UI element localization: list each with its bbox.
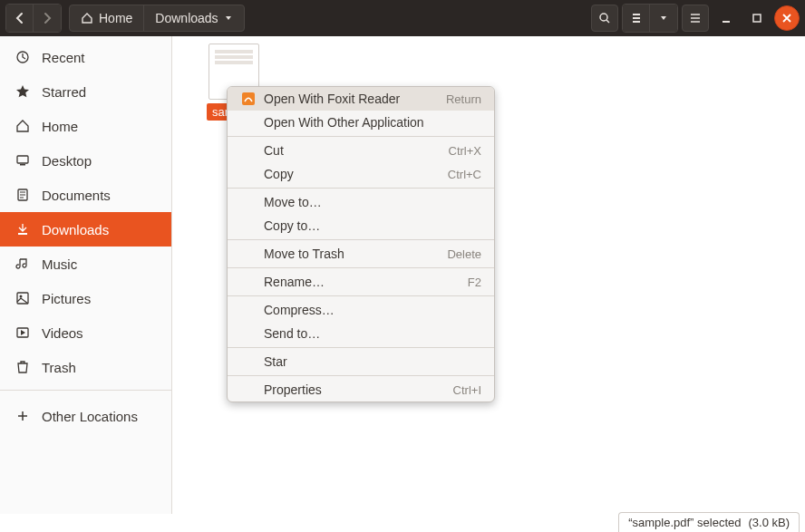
ctx-send-to[interactable]: Send to…: [228, 322, 494, 345]
ctx-item-label: Properties: [264, 382, 446, 397]
ctx-item-shortcut: F2: [468, 276, 481, 289]
ctx-open-with-other-application[interactable]: Open With Other Application: [228, 111, 494, 134]
search-button[interactable]: [591, 5, 618, 32]
sidebar-item-trash[interactable]: Trash: [0, 350, 171, 384]
svg-rect-4: [17, 156, 28, 163]
ctx-item-label: Move to Trash: [264, 247, 440, 261]
ctx-copy-to[interactable]: Copy to…: [228, 214, 494, 237]
window-minimize-button[interactable]: [713, 5, 740, 32]
context-menu-separator: [228, 347, 494, 348]
ctx-item-label: Compress…: [264, 303, 481, 317]
ctx-rename[interactable]: Rename…F2: [228, 270, 494, 294]
back-button[interactable]: [6, 5, 34, 32]
sidebar-icon: [15, 50, 31, 64]
sidebar-icon: [15, 409, 31, 423]
ctx-item-label: Copy: [264, 167, 441, 181]
minimize-icon: [720, 12, 732, 24]
sidebar-icon: [15, 256, 31, 271]
path-home-label: Home: [99, 11, 132, 25]
status-text: “sample.pdf” selected: [628, 516, 741, 529]
sidebar-icon: [15, 153, 31, 168]
ctx-item-shortcut: Return: [446, 92, 481, 106]
ctx-item-shortcut: Delete: [447, 247, 481, 261]
pathbar: Home Downloads: [69, 5, 245, 32]
sidebar-item-label: Starred: [42, 84, 86, 100]
context-menu-separator: [228, 267, 494, 268]
close-icon: [781, 13, 792, 24]
sidebar-item-music[interactable]: Music: [0, 247, 171, 281]
view-group: [622, 4, 678, 33]
sidebar-icon: [15, 360, 31, 374]
context-menu-separator: [228, 295, 494, 296]
sidebar-item-label: Home: [42, 119, 78, 134]
sidebar-item-label: Recent: [42, 50, 85, 65]
ctx-move-to[interactable]: Move to…: [228, 190, 494, 214]
ctx-properties[interactable]: PropertiesCtrl+I: [228, 378, 494, 401]
sidebar-item-other-locations[interactable]: Other Locations: [0, 399, 171, 433]
ctx-item-label: Cut: [264, 143, 441, 158]
status-size: (3.0 kB): [748, 516, 790, 529]
svg-rect-5: [20, 164, 25, 166]
sidebar-item-label: Desktop: [42, 153, 92, 169]
view-dropdown-button[interactable]: [650, 5, 677, 32]
sidebar-item-downloads[interactable]: Downloads: [0, 212, 171, 247]
sidebar-icon: [15, 325, 31, 340]
chevron-down-icon: [659, 14, 668, 23]
sidebar-item-pictures[interactable]: Pictures: [0, 281, 171, 315]
list-icon: [630, 12, 643, 24]
sidebar-item-home[interactable]: Home: [0, 109, 171, 143]
sidebar-item-label: Music: [42, 256, 77, 272]
hamburger-icon: [689, 12, 702, 24]
sidebar-item-documents[interactable]: Documents: [0, 178, 171, 212]
sidebar-item-label: Downloads: [42, 222, 109, 237]
sidebar: RecentStarredHomeDesktopDocumentsDownloa…: [0, 36, 172, 514]
chevron-down-icon: [224, 14, 233, 23]
sidebar-item-recent[interactable]: Recent: [0, 40, 171, 74]
path-current[interactable]: Downloads: [144, 5, 243, 31]
ctx-star[interactable]: Star: [228, 350, 494, 373]
chevron-right-icon: [41, 12, 53, 24]
ctx-item-label: Open With Other Application: [264, 115, 481, 130]
ctx-item-label: Move to…: [264, 195, 481, 209]
window-close-button[interactable]: [774, 5, 800, 31]
nav-history: [5, 4, 62, 33]
forward-button[interactable]: [34, 5, 61, 32]
ctx-compress[interactable]: Compress…: [228, 298, 494, 322]
main-area: RecentStarredHomeDesktopDocumentsDownloa…: [0, 36, 805, 514]
ctx-item-label: Open With Foxit Reader: [264, 92, 439, 106]
context-menu-separator: [228, 136, 494, 137]
hamburger-menu-button[interactable]: [682, 5, 709, 32]
sidebar-icon: [15, 119, 31, 133]
path-home[interactable]: Home: [70, 5, 144, 31]
sidebar-icon: [15, 291, 31, 305]
ctx-item-label: Star: [264, 354, 481, 369]
sidebar-icon: [15, 222, 31, 237]
view-list-button[interactable]: [623, 5, 650, 32]
search-icon: [598, 12, 611, 24]
sidebar-icon: [15, 84, 31, 99]
sidebar-item-label: Other Locations: [42, 409, 138, 424]
svg-rect-2: [753, 15, 761, 22]
ctx-item-label: Rename…: [264, 275, 461, 289]
ctx-copy[interactable]: CopyCtrl+C: [228, 162, 494, 186]
ctx-item-shortcut: Ctrl+C: [448, 168, 481, 181]
titlebar: Home Downloads: [0, 0, 805, 36]
context-menu-separator: [228, 375, 494, 376]
ctx-item-shortcut: Ctrl+I: [453, 383, 481, 397]
ctx-move-to-trash[interactable]: Move to TrashDelete: [228, 242, 494, 266]
sidebar-item-label: Pictures: [42, 291, 91, 306]
sidebar-item-label: Documents: [42, 188, 111, 203]
sidebar-icon: [15, 188, 31, 202]
status-bar: “sample.pdf” selected (3.0 kB): [618, 512, 800, 532]
ctx-cut[interactable]: CutCtrl+X: [228, 139, 494, 162]
sidebar-item-starred[interactable]: Starred: [0, 74, 171, 109]
sidebar-item-videos[interactable]: Videos: [0, 315, 171, 350]
svg-rect-1: [723, 21, 730, 23]
ctx-open-with-foxit-reader[interactable]: Open With Foxit ReaderReturn: [228, 87, 494, 111]
sidebar-item-label: Videos: [42, 325, 83, 341]
svg-rect-7: [18, 233, 27, 235]
content-pane[interactable]: sample.pdf Open With Foxit ReaderReturnO…: [172, 36, 805, 514]
context-menu-separator: [228, 239, 494, 240]
window-maximize-button[interactable]: [743, 5, 771, 32]
sidebar-item-desktop[interactable]: Desktop: [0, 143, 171, 178]
